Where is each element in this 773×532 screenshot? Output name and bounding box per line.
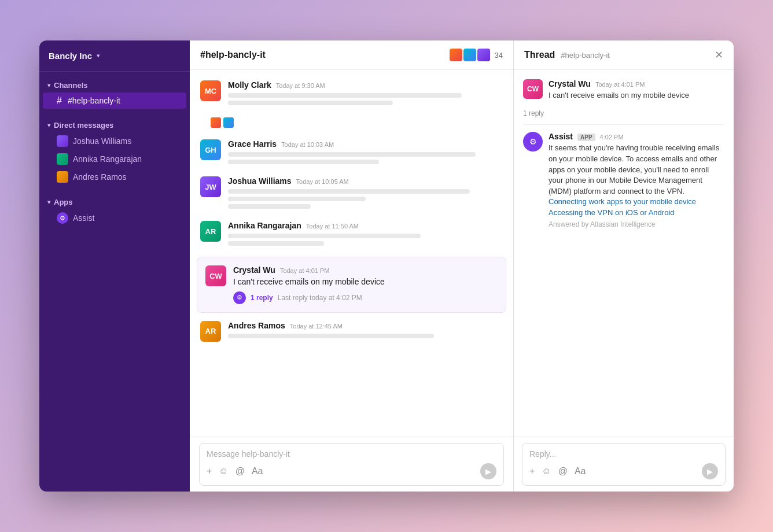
thread-avatar-crystal: CW: [523, 79, 543, 99]
annika-initials: AR: [200, 221, 221, 242]
message-group-grace2: GH Grace Harris Today at 10:03 AM: [190, 136, 513, 171]
thread-title-area: Thread #help-bancly-it: [524, 50, 610, 60]
thread-crystal-text: I can't receive emails on my mobile devi…: [549, 90, 724, 101]
thread-header: Thread #help-bancly-it ✕: [514, 40, 734, 70]
avatar-annika-msg: AR: [200, 221, 221, 242]
sidebar-item-help-bancly-it[interactable]: # #help-bancly-it: [43, 93, 186, 109]
apps-header[interactable]: ▾ Apps: [39, 195, 190, 209]
dm-label: Direct messages: [54, 121, 113, 130]
channels-header[interactable]: ▾ Channels: [39, 79, 190, 92]
avatar-andres: [57, 171, 68, 183]
crystal-initials-h: CW: [205, 265, 226, 286]
thread-crystal-time: Today at 4:01 PM: [595, 81, 645, 88]
joshua-msg-header: Joshua Williams Today at 10:05 AM: [228, 176, 503, 186]
sidebar-header[interactable]: Bancly Inc ▾: [39, 40, 190, 72]
thread-input-toolbar: + ☺ @ Aa ▶: [529, 463, 718, 479]
emoji-icon[interactable]: ☺: [219, 466, 228, 476]
channels-section: ▾ Channels # #help-bancly-it: [39, 72, 190, 112]
andres-time: Today at 12:45 AM: [290, 323, 343, 330]
workspace-name: Bancly Inc: [49, 51, 92, 61]
thread-crystal-author: Crystal Wu: [549, 79, 591, 88]
sidebar: Bancly Inc ▾ ▾ Channels # #help-bancly-i…: [39, 40, 190, 492]
thread-reply-placeholder[interactable]: Reply...: [529, 449, 718, 459]
annika-msg-header: Annika Rangarajan Today at 11:50 AM: [228, 221, 503, 230]
msg-line: [228, 334, 434, 338]
message-group-crystal-highlighted[interactable]: CW Crystal Wu Today at 4:01 PM I can't r…: [197, 257, 506, 313]
crystal-highlighted-content: Crystal Wu Today at 4:01 PM I can't rece…: [233, 265, 498, 304]
annika-lines: [228, 234, 503, 246]
chat-messages: MC Molly Clark Today at 9:30 AM: [190, 70, 513, 437]
message-group-joshua: JW Joshua Williams Today at 10:05 AM: [190, 173, 513, 215]
crystal-highlighted-header: Crystal Wu Today at 4:01 PM: [233, 265, 498, 275]
thread-assist-time: 4:02 PM: [600, 134, 624, 141]
header-avatars: [450, 49, 490, 61]
dm-arrow-icon: ▾: [47, 122, 50, 128]
apps-arrow-icon: ▾: [47, 199, 50, 205]
avatar-grace: GH: [200, 139, 221, 160]
msg-line: [228, 93, 462, 98]
thread-message-assist: ⚙ Assist APP 4:02 PM It seems that you'r…: [523, 132, 724, 228]
message-input-box[interactable]: Message help-bancly-it + ☺ @ Aa ▶: [199, 443, 504, 486]
small-avatar-1: [211, 117, 221, 128]
crystal-time-h: Today at 4:01 PM: [280, 267, 330, 274]
channels-arrow-icon: ▾: [47, 82, 50, 88]
app-window: Bancly Inc ▾ ▾ Channels # #help-bancly-i…: [39, 40, 734, 492]
crystal-text-h: I can't receive emails on my mobile devi…: [233, 276, 498, 288]
msg-line: [228, 197, 366, 201]
thread-link-2[interactable]: Accessing the VPN on iOS or Android: [549, 208, 724, 217]
annika-author: Annika Rangarajan: [228, 221, 301, 230]
sidebar-item-joshua[interactable]: Joshua Williams: [43, 132, 186, 150]
thread-assist-content: Assist APP 4:02 PM It seems that you're …: [549, 132, 724, 228]
thread-channel: #help-bancly-it: [561, 51, 610, 60]
reply-time: Last reply today at 4:02 PM: [278, 294, 362, 302]
thread-formatting-icon[interactable]: Aa: [575, 466, 586, 476]
main-chat: #help-bancly-it 34 MC Molly Clark: [190, 40, 514, 492]
reply-count: 1 reply: [251, 294, 273, 302]
sidebar-item-andres[interactable]: Andres Ramos: [43, 168, 186, 186]
input-toolbar: + ☺ @ Aa ▶: [207, 463, 496, 479]
send-button[interactable]: ▶: [480, 463, 496, 479]
thread-emoji-icon[interactable]: ☺: [542, 466, 551, 476]
thread-send-button[interactable]: ▶: [702, 463, 718, 479]
msg-line: [228, 241, 324, 246]
sidebar-item-annika[interactable]: Annika Rangarajan: [43, 150, 186, 168]
input-tools-left: + ☺ @ Aa: [207, 466, 263, 476]
avatar-joshua: [57, 135, 68, 147]
dm-andres-name: Andres Ramos: [73, 172, 127, 182]
avatar-molly: MC: [200, 80, 221, 101]
dm-header[interactable]: ▾ Direct messages: [39, 119, 190, 132]
mention-icon[interactable]: @: [235, 466, 245, 476]
msg-line: [228, 152, 476, 157]
thread-input-box[interactable]: Reply... + ☺ @ Aa ▶: [522, 443, 726, 486]
plus-icon[interactable]: +: [207, 466, 212, 476]
thread-mention-icon[interactable]: @: [558, 466, 568, 476]
header-avatar-2: [463, 49, 476, 61]
formatting-icon[interactable]: Aa: [252, 466, 263, 476]
app-badge: APP: [577, 134, 595, 141]
message-content-andres: Andres Ramos Today at 12:45 AM: [228, 321, 503, 342]
grace-lines: [228, 152, 503, 164]
grace-author: Grace Harris: [228, 139, 277, 149]
message-content-annika: Annika Rangarajan Today at 11:50 AM: [228, 221, 503, 249]
sidebar-item-assist[interactable]: ⚙ Assist: [43, 209, 186, 227]
grace-msg-header: Grace Harris Today at 10:03 AM: [228, 139, 503, 149]
andres-initials: AR: [200, 321, 221, 342]
assist-app-icon: ⚙: [57, 212, 68, 224]
message-group-andres: AR Andres Ramos Today at 12:45 AM: [190, 317, 513, 345]
thread-label: Thread: [524, 50, 555, 60]
avatar-annika: [57, 153, 68, 165]
close-thread-button[interactable]: ✕: [715, 49, 723, 61]
avatar-joshua-msg: JW: [200, 176, 221, 197]
thread-assist-author: Assist: [549, 132, 573, 141]
reply-bar[interactable]: ⚙ 1 reply Last reply today at 4:02 PM: [233, 291, 498, 304]
dm-section: ▾ Direct messages Joshua Williams Annika…: [39, 112, 190, 189]
header-avatar-3: [477, 49, 490, 61]
thread-plus-icon[interactable]: +: [529, 466, 535, 476]
thread-crystal-content: Crystal Wu Today at 4:01 PM I can't rece…: [549, 79, 724, 101]
chevron-down-icon: ▾: [97, 52, 100, 60]
msg-line: [228, 189, 470, 194]
thread-link-1[interactable]: Connecting work apps to your mobile devi…: [549, 197, 724, 206]
message-input-placeholder[interactable]: Message help-bancly-it: [207, 449, 496, 459]
assist-label: Assist: [73, 213, 94, 223]
msg-line: [228, 160, 379, 164]
